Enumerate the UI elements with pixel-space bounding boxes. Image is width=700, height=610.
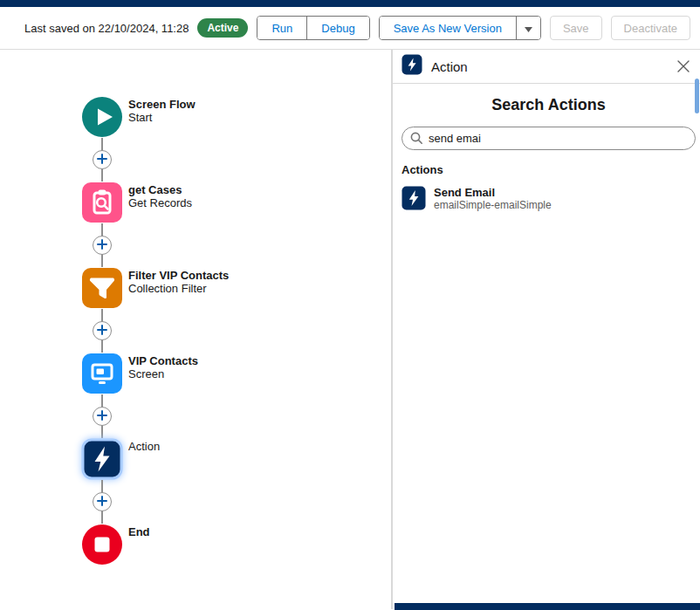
result-subtitle: emailSimple-emailSimple xyxy=(434,199,552,211)
flow-node-collection-filter[interactable]: Filter VIP Contacts Collection Filter xyxy=(81,267,369,309)
close-icon[interactable] xyxy=(674,57,693,76)
top-brand-bar xyxy=(0,0,700,7)
node-labels: End xyxy=(128,525,150,538)
add-element-button[interactable] xyxy=(93,150,112,169)
panel-scrollbar-thumb[interactable] xyxy=(695,79,699,113)
panel-title: Action xyxy=(431,59,468,74)
flow-element-column: Screen Flow Start xyxy=(81,96,369,565)
run-debug-button-group: Run Debug xyxy=(257,16,369,40)
plus-icon xyxy=(97,237,107,253)
node-title: Filter VIP Contacts xyxy=(128,269,229,282)
node-title: VIP Contacts xyxy=(128,354,198,367)
plus-icon xyxy=(97,323,107,339)
screen-icon[interactable] xyxy=(81,353,123,394)
flow-node-action[interactable]: Action xyxy=(81,438,369,480)
flow-toolbar: Last saved on 22/10/2024, 11:28 Active R… xyxy=(0,7,700,50)
node-labels: Action xyxy=(128,440,160,453)
actions-section-label: Actions xyxy=(401,163,696,176)
node-title: Action xyxy=(128,440,160,453)
add-element-button[interactable] xyxy=(93,492,112,511)
node-labels: VIP Contacts Screen xyxy=(128,354,198,381)
connector xyxy=(81,138,123,182)
result-title: Send Email xyxy=(434,186,552,199)
node-title: Screen Flow xyxy=(128,98,196,111)
plus-icon xyxy=(97,494,107,510)
save-options-caret-button[interactable] xyxy=(516,17,540,39)
filter-icon[interactable] xyxy=(81,267,123,309)
flow-node-end[interactable]: End xyxy=(81,524,369,565)
bottom-brand-bar xyxy=(395,603,700,610)
flow-node-get-records[interactable]: get Cases Get Records xyxy=(81,182,369,223)
connector xyxy=(81,394,123,438)
add-element-button[interactable] xyxy=(93,407,112,426)
record-lookup-icon[interactable] xyxy=(81,182,123,223)
connector xyxy=(81,223,123,267)
connector xyxy=(81,309,123,353)
debug-button[interactable]: Debug xyxy=(306,17,368,39)
connector xyxy=(81,480,123,524)
status-badge: Active xyxy=(197,18,248,38)
add-element-button[interactable] xyxy=(93,236,112,255)
save-as-new-version-button[interactable]: Save As New Version xyxy=(380,17,516,39)
flow-canvas[interactable]: Screen Flow Start xyxy=(0,50,393,609)
node-labels: Screen Flow Start xyxy=(128,98,196,125)
node-subtitle: Get Records xyxy=(128,196,192,210)
chevron-down-icon xyxy=(525,22,532,35)
action-config-panel: Action Search Actions Actions xyxy=(393,50,700,609)
action-lightning-icon[interactable] xyxy=(81,438,123,480)
flow-node-screen[interactable]: VIP Contacts Screen xyxy=(81,353,369,394)
panel-header: Action xyxy=(393,50,700,84)
node-title: End xyxy=(128,525,150,538)
result-texts: Send Email emailSimple-emailSimple xyxy=(434,186,552,211)
search-actions-heading: Search Actions xyxy=(401,96,696,114)
action-lightning-icon xyxy=(401,186,426,214)
flow-node-start[interactable]: Screen Flow Start xyxy=(81,96,369,138)
node-subtitle: Screen xyxy=(128,367,198,381)
last-saved-text: Last saved on 22/10/2024, 11:28 xyxy=(24,22,189,35)
search-actions-input[interactable] xyxy=(401,127,696,150)
start-play-icon[interactable] xyxy=(81,96,123,138)
search-icon xyxy=(410,132,423,148)
end-stop-icon[interactable] xyxy=(81,524,123,565)
plus-icon xyxy=(97,408,107,424)
action-result-send-email[interactable]: Send Email emailSimple-emailSimple xyxy=(401,186,696,214)
save-button[interactable]: Save xyxy=(550,16,602,40)
node-title: get Cases xyxy=(128,183,192,196)
panel-body: Search Actions Actions xyxy=(393,84,700,214)
node-labels: get Cases Get Records xyxy=(128,183,192,210)
flow-builder-main: Screen Flow Start xyxy=(0,50,700,609)
plus-icon xyxy=(97,152,107,168)
add-element-button[interactable] xyxy=(93,321,112,340)
action-lightning-icon xyxy=(401,54,422,79)
run-button[interactable]: Run xyxy=(257,17,306,39)
node-subtitle: Collection Filter xyxy=(128,282,229,296)
search-field-wrap xyxy=(401,127,696,150)
node-labels: Filter VIP Contacts Collection Filter xyxy=(128,269,229,296)
deactivate-button[interactable]: Deactivate xyxy=(611,16,690,40)
save-as-new-version-group: Save As New Version xyxy=(379,16,541,40)
node-subtitle: Start xyxy=(128,111,196,125)
